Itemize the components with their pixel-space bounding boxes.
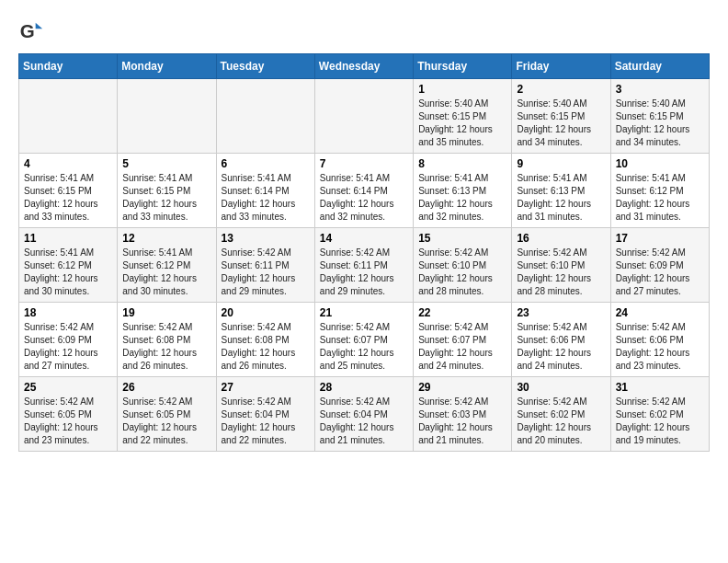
day-cell: 2Sunrise: 5:40 AM Sunset: 6:15 PM Daylig… xyxy=(512,79,610,154)
day-info: Sunrise: 5:40 AM Sunset: 6:15 PM Dayligh… xyxy=(616,98,704,149)
day-cell: 26Sunrise: 5:42 AM Sunset: 6:05 PM Dayli… xyxy=(118,377,216,452)
day-cell xyxy=(19,79,118,154)
day-number: 21 xyxy=(320,306,408,319)
week-row-5: 25Sunrise: 5:42 AM Sunset: 6:05 PM Dayli… xyxy=(19,377,710,452)
day-number: 30 xyxy=(517,381,605,394)
day-number: 19 xyxy=(122,306,210,319)
header: G xyxy=(18,18,710,44)
day-info: Sunrise: 5:40 AM Sunset: 6:15 PM Dayligh… xyxy=(418,98,506,149)
day-info: Sunrise: 5:41 AM Sunset: 6:14 PM Dayligh… xyxy=(222,172,310,224)
day-number: 13 xyxy=(222,232,310,245)
header-row: SundayMondayTuesdayWednesdayThursdayFrid… xyxy=(19,54,710,79)
day-info: Sunrise: 5:42 AM Sunset: 6:05 PM Dayligh… xyxy=(122,396,210,447)
day-cell: 3Sunrise: 5:40 AM Sunset: 6:15 PM Daylig… xyxy=(610,79,709,154)
svg-text:G: G xyxy=(20,20,35,41)
day-number: 29 xyxy=(418,381,506,394)
day-info: Sunrise: 5:40 AM Sunset: 6:15 PM Dayligh… xyxy=(517,98,605,149)
day-info: Sunrise: 5:42 AM Sunset: 6:07 PM Dayligh… xyxy=(418,321,506,373)
day-number: 15 xyxy=(418,232,506,245)
day-info: Sunrise: 5:41 AM Sunset: 6:12 PM Dayligh… xyxy=(24,247,112,298)
day-info: Sunrise: 5:42 AM Sunset: 6:08 PM Dayligh… xyxy=(122,321,210,373)
day-cell: 11Sunrise: 5:41 AM Sunset: 6:12 PM Dayli… xyxy=(19,228,118,303)
weekday-header-friday: Friday xyxy=(512,54,610,79)
day-cell: 17Sunrise: 5:42 AM Sunset: 6:09 PM Dayli… xyxy=(610,228,709,303)
day-number: 9 xyxy=(517,157,605,170)
svg-marker-1 xyxy=(36,23,42,29)
day-info: Sunrise: 5:42 AM Sunset: 6:10 PM Dayligh… xyxy=(418,247,506,298)
day-cell: 20Sunrise: 5:42 AM Sunset: 6:08 PM Dayli… xyxy=(216,303,314,377)
day-info: Sunrise: 5:41 AM Sunset: 6:12 PM Dayligh… xyxy=(122,247,210,298)
day-number: 8 xyxy=(418,157,506,170)
day-cell xyxy=(314,79,413,154)
day-number: 27 xyxy=(222,381,310,394)
calendar-table: SundayMondayTuesdayWednesdayThursdayFrid… xyxy=(18,53,710,452)
day-number: 28 xyxy=(320,381,408,394)
day-cell xyxy=(216,79,314,154)
day-info: Sunrise: 5:41 AM Sunset: 6:13 PM Dayligh… xyxy=(517,172,605,224)
day-info: Sunrise: 5:42 AM Sunset: 6:02 PM Dayligh… xyxy=(517,396,605,447)
day-info: Sunrise: 5:41 AM Sunset: 6:15 PM Dayligh… xyxy=(24,172,112,224)
day-number: 24 xyxy=(616,306,704,319)
day-number: 14 xyxy=(320,232,408,245)
day-info: Sunrise: 5:42 AM Sunset: 6:03 PM Dayligh… xyxy=(418,396,506,447)
day-cell: 5Sunrise: 5:41 AM Sunset: 6:15 PM Daylig… xyxy=(118,154,216,228)
day-number: 18 xyxy=(24,306,112,319)
day-info: Sunrise: 5:42 AM Sunset: 6:08 PM Dayligh… xyxy=(222,321,310,373)
day-cell: 19Sunrise: 5:42 AM Sunset: 6:08 PM Dayli… xyxy=(118,303,216,377)
day-cell: 25Sunrise: 5:42 AM Sunset: 6:05 PM Dayli… xyxy=(19,377,118,452)
logo-icon: G xyxy=(18,18,44,44)
day-cell: 8Sunrise: 5:41 AM Sunset: 6:13 PM Daylig… xyxy=(414,154,512,228)
day-info: Sunrise: 5:42 AM Sunset: 6:06 PM Dayligh… xyxy=(517,321,605,373)
weekday-header-tuesday: Tuesday xyxy=(216,54,314,79)
day-number: 22 xyxy=(418,306,506,319)
weekday-header-monday: Monday xyxy=(118,54,216,79)
day-cell: 27Sunrise: 5:42 AM Sunset: 6:04 PM Dayli… xyxy=(216,377,314,452)
day-cell: 29Sunrise: 5:42 AM Sunset: 6:03 PM Dayli… xyxy=(414,377,512,452)
day-cell xyxy=(118,79,216,154)
day-info: Sunrise: 5:42 AM Sunset: 6:04 PM Dayligh… xyxy=(222,396,310,447)
day-number: 3 xyxy=(616,83,704,96)
day-cell: 6Sunrise: 5:41 AM Sunset: 6:14 PM Daylig… xyxy=(216,154,314,228)
week-row-1: 1Sunrise: 5:40 AM Sunset: 6:15 PM Daylig… xyxy=(19,79,710,154)
day-number: 26 xyxy=(122,381,210,394)
day-info: Sunrise: 5:42 AM Sunset: 6:11 PM Dayligh… xyxy=(222,247,310,298)
day-cell: 9Sunrise: 5:41 AM Sunset: 6:13 PM Daylig… xyxy=(512,154,610,228)
day-number: 2 xyxy=(517,83,605,96)
day-info: Sunrise: 5:42 AM Sunset: 6:06 PM Dayligh… xyxy=(616,321,704,373)
day-number: 7 xyxy=(320,157,408,170)
day-cell: 21Sunrise: 5:42 AM Sunset: 6:07 PM Dayli… xyxy=(314,303,413,377)
day-info: Sunrise: 5:42 AM Sunset: 6:11 PM Dayligh… xyxy=(320,247,408,298)
day-cell: 28Sunrise: 5:42 AM Sunset: 6:04 PM Dayli… xyxy=(314,377,413,452)
day-number: 16 xyxy=(517,232,605,245)
week-row-4: 18Sunrise: 5:42 AM Sunset: 6:09 PM Dayli… xyxy=(19,303,710,377)
day-cell: 22Sunrise: 5:42 AM Sunset: 6:07 PM Dayli… xyxy=(414,303,512,377)
day-cell: 24Sunrise: 5:42 AM Sunset: 6:06 PM Dayli… xyxy=(610,303,709,377)
day-info: Sunrise: 5:41 AM Sunset: 6:15 PM Dayligh… xyxy=(122,172,210,224)
weekday-header-saturday: Saturday xyxy=(610,54,709,79)
logo: G xyxy=(18,18,48,44)
day-info: Sunrise: 5:42 AM Sunset: 6:09 PM Dayligh… xyxy=(24,321,112,373)
day-number: 23 xyxy=(517,306,605,319)
day-cell: 14Sunrise: 5:42 AM Sunset: 6:11 PM Dayli… xyxy=(314,228,413,303)
day-number: 11 xyxy=(24,232,112,245)
day-number: 1 xyxy=(418,83,506,96)
day-number: 12 xyxy=(122,232,210,245)
day-number: 25 xyxy=(24,381,112,394)
day-number: 5 xyxy=(122,157,210,170)
day-cell: 16Sunrise: 5:42 AM Sunset: 6:10 PM Dayli… xyxy=(512,228,610,303)
day-cell: 1Sunrise: 5:40 AM Sunset: 6:15 PM Daylig… xyxy=(414,79,512,154)
day-info: Sunrise: 5:42 AM Sunset: 6:10 PM Dayligh… xyxy=(517,247,605,298)
day-info: Sunrise: 5:42 AM Sunset: 6:04 PM Dayligh… xyxy=(320,396,408,447)
day-info: Sunrise: 5:42 AM Sunset: 6:09 PM Dayligh… xyxy=(616,247,704,298)
day-info: Sunrise: 5:42 AM Sunset: 6:05 PM Dayligh… xyxy=(24,396,112,447)
day-number: 10 xyxy=(616,157,704,170)
day-cell: 4Sunrise: 5:41 AM Sunset: 6:15 PM Daylig… xyxy=(19,154,118,228)
day-info: Sunrise: 5:41 AM Sunset: 6:12 PM Dayligh… xyxy=(616,172,704,224)
day-info: Sunrise: 5:42 AM Sunset: 6:02 PM Dayligh… xyxy=(616,396,704,447)
day-number: 20 xyxy=(222,306,310,319)
day-cell: 18Sunrise: 5:42 AM Sunset: 6:09 PM Dayli… xyxy=(19,303,118,377)
day-number: 17 xyxy=(616,232,704,245)
day-number: 6 xyxy=(222,157,310,170)
day-cell: 13Sunrise: 5:42 AM Sunset: 6:11 PM Dayli… xyxy=(216,228,314,303)
day-cell: 15Sunrise: 5:42 AM Sunset: 6:10 PM Dayli… xyxy=(414,228,512,303)
